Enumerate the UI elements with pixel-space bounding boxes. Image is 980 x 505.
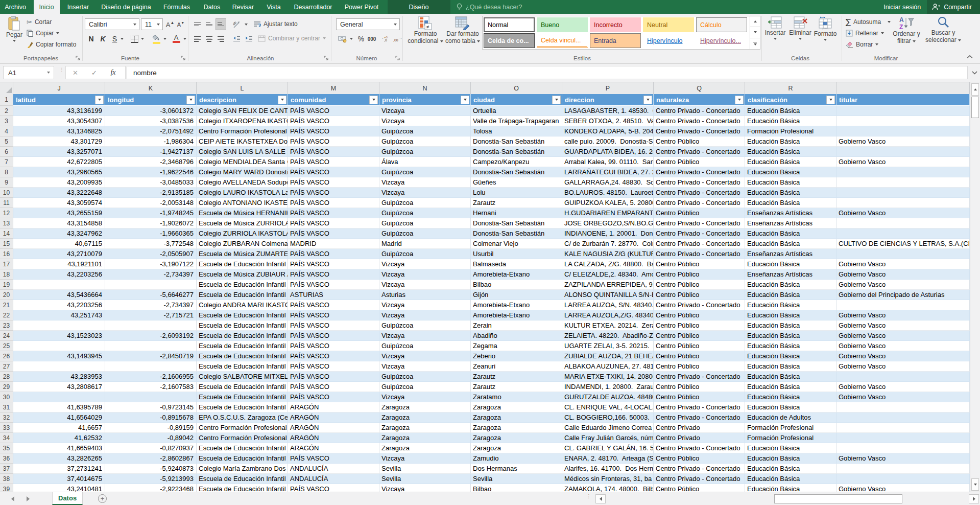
cell-Q12[interactable]: Centro Público — [654, 208, 745, 218]
cell-style-bueno[interactable]: Bueno — [537, 17, 588, 32]
name-box[interactable]: A1 — [3, 66, 54, 79]
cell-P12[interactable]: H.GUDARIAREN EMPARANTZ — [562, 208, 654, 218]
cell-P15[interactable]: C/ de Zurbarán 7. 28770. Colr — [562, 239, 654, 249]
cell-O11[interactable]: Zarautz — [471, 198, 562, 208]
cell-style-normal[interactable]: Normal — [484, 17, 535, 32]
cell-R9[interactable]: Educación Básica — [745, 177, 836, 188]
cell-O26[interactable]: Zeberio — [471, 351, 562, 361]
cell-S15[interactable]: CULTIVO DE CIENCIAS Y LETRAS, S.A.(CILE — [836, 239, 970, 249]
cell-R35[interactable]: Educación Básica — [745, 443, 836, 453]
cell-O29[interactable]: Zarautz — [471, 382, 562, 392]
row-header-20[interactable]: 20 — [0, 290, 13, 300]
gallery-scroll-down[interactable] — [750, 27, 760, 38]
cell-O19[interactable]: Bilbao — [471, 280, 562, 290]
cell-M26[interactable]: PAÍS VASCO — [288, 351, 379, 361]
cell-O34[interactable]: Zaragoza — [471, 433, 562, 443]
cell-L34[interactable]: Centro Formación Profesional — [197, 433, 288, 443]
cell-R5[interactable]: Educación Básica — [745, 136, 836, 147]
cell-O6[interactable]: Donostia-San Sebastián — [471, 147, 562, 157]
cell-P38[interactable]: Médicos sin Fronteras, 31, ba — [562, 474, 654, 484]
table-header-titular[interactable]: titular — [836, 94, 970, 106]
table-header-longitud[interactable]: longitud — [105, 94, 197, 106]
cell-O32[interactable]: Zaragoza — [471, 412, 562, 423]
cell-K39[interactable]: -2,9223468 — [105, 484, 197, 492]
cell-Q20[interactable]: Centro Público — [654, 290, 745, 300]
row-header-37[interactable]: 37 — [0, 464, 13, 474]
increase-font-button[interactable]: A▲ — [165, 18, 175, 30]
cell-J14[interactable]: 43,3247962 — [13, 228, 105, 239]
cell-P30[interactable]: GURUTZALDE AUZOA. 48480. — [562, 392, 654, 402]
cell-L17[interactable]: Escuela de Educación Infantil — [197, 259, 288, 269]
cell-S12[interactable]: Gobierno Vasco — [836, 208, 970, 218]
cell-S17[interactable]: Gobierno Vasco — [836, 259, 970, 269]
gallery-more-button[interactable] — [750, 38, 760, 49]
cell-P10[interactable]: BO.LAUROS. 48150. Lauroeta — [562, 188, 654, 198]
comma-style-button[interactable]: 000 — [366, 33, 378, 45]
cell-L28[interactable]: Colegio SALBATORE MITXELE — [197, 372, 288, 382]
cell-R8[interactable]: Educación Básica — [745, 167, 836, 177]
ribbon-tab-dise-o-de-p-gina[interactable]: Diseño de página — [98, 0, 155, 14]
cell-R17[interactable]: Educación Básica — [745, 259, 836, 269]
cell-M29[interactable]: PAÍS VASCO — [288, 382, 379, 392]
cell-P16[interactable]: KALE NAGUSIA Z/G (KULTUR E — [562, 249, 654, 259]
cell-Q3[interactable]: Centro Privado - Concertado — [654, 116, 745, 126]
cell-Q15[interactable]: Centro Privado - Concertado — [654, 239, 745, 249]
gallery-scroll-up[interactable] — [750, 16, 760, 27]
cell-L3[interactable]: Colegio ITXAROPENA IKASTOLA — [197, 116, 288, 126]
autosum-button[interactable]: ∑ Autosuma — [846, 17, 891, 27]
cell-O4[interactable]: Tolosa — [471, 126, 562, 136]
cell-K33[interactable]: -0,89159 — [105, 423, 197, 433]
cell-R3[interactable]: Educación Básica — [745, 116, 836, 126]
cell-M30[interactable]: PAÍS VASCO — [288, 392, 379, 402]
filter-button-direccion[interactable] — [643, 96, 652, 104]
borders-button[interactable] — [129, 33, 140, 45]
cell-M7[interactable]: PAÍS VASCO — [288, 157, 379, 167]
row-header-10[interactable]: 10 — [0, 188, 13, 198]
column-header-N[interactable]: N — [379, 82, 471, 94]
cell-Q17[interactable]: Centro Público — [654, 259, 745, 269]
row-header-23[interactable]: 23 — [0, 320, 13, 331]
cell-O35[interactable]: Zaragoza — [471, 443, 562, 453]
cell-N13[interactable]: Guipúzcoa — [379, 218, 471, 228]
italic-button[interactable]: K — [98, 33, 108, 45]
cell-Q14[interactable]: Centro Privado - Concertado — [654, 228, 745, 239]
row-header-14[interactable]: 14 — [0, 228, 13, 239]
row-header-31[interactable]: 31 — [0, 402, 13, 412]
cell-L18[interactable]: Escuela de Música ZUBIAUR A — [197, 269, 288, 280]
cell-R12[interactable]: Enseñanzas Artísticas — [745, 208, 836, 218]
cell-N28[interactable]: Guipúzcoa — [379, 372, 471, 382]
cell-L10[interactable]: Colegio LAURO IKASTOLA Lau — [197, 188, 288, 198]
cell-P24[interactable]: ZELAIETA. 48220. Abadiño-Ze — [562, 331, 654, 341]
cell-J33[interactable]: 41,6657 — [13, 423, 105, 433]
cell-J9[interactable]: 43,2009935 — [13, 177, 105, 188]
cell-M28[interactable]: PAÍS VASCO — [288, 372, 379, 382]
scroll-down-button[interactable] — [971, 478, 979, 491]
cell-R7[interactable]: Educación Básica — [745, 157, 836, 167]
cell-R13[interactable]: Enseñanzas Artísticas — [745, 218, 836, 228]
cell-L26[interactable]: Escuela de Educación Infantil — [197, 351, 288, 361]
cell-L32[interactable]: EPA O.S.C.U.S. Zaragoza (Cen — [197, 412, 288, 423]
cell-N25[interactable]: Guipúzcoa — [379, 341, 471, 351]
table-header-comunidad[interactable]: comunidad — [288, 94, 379, 106]
cell-J8[interactable]: 43,2960565 — [13, 167, 105, 177]
cell-O21[interactable]: Amorebieta-Etxano — [471, 300, 562, 310]
cell-P4[interactable]: KONDEKO ALDAPA, 5-B. 2040 — [562, 126, 654, 136]
cell-K13[interactable]: -1,9026072 — [105, 218, 197, 228]
cell-K36[interactable]: -2,8602867 — [105, 453, 197, 464]
cell-R24[interactable]: Educación Básica — [745, 331, 836, 341]
cell-P39[interactable]: ZAMAKOLA, 174. 48000. Bilba — [562, 484, 654, 492]
cell-K15[interactable]: -3,772548 — [105, 239, 197, 249]
cell-O10[interactable]: Loiu — [471, 188, 562, 198]
cell-K26[interactable]: -2,8450719 — [105, 351, 197, 361]
cell-L7[interactable]: Colegio MENDIALDEA Santa C — [197, 157, 288, 167]
cell-P28[interactable]: MARIA ETXE-TXIKI, 14. 20800. — [562, 372, 654, 382]
cell-J17[interactable]: 43,1921101 — [13, 259, 105, 269]
tell-me-search[interactable]: ¿Qué desea hacer? — [456, 0, 522, 14]
cell-K38[interactable]: -5,9213993 — [105, 474, 197, 484]
align-right-button[interactable] — [216, 33, 226, 45]
cell-N18[interactable]: Vizcaya — [379, 269, 471, 280]
cell-style-entrada[interactable]: Entrada — [590, 33, 641, 48]
cell-L30[interactable]: Escuela de Educación Infantil — [197, 392, 288, 402]
clipboard-dialog-launcher[interactable] — [76, 56, 81, 61]
cell-R27[interactable]: Educación Básica — [745, 361, 836, 372]
